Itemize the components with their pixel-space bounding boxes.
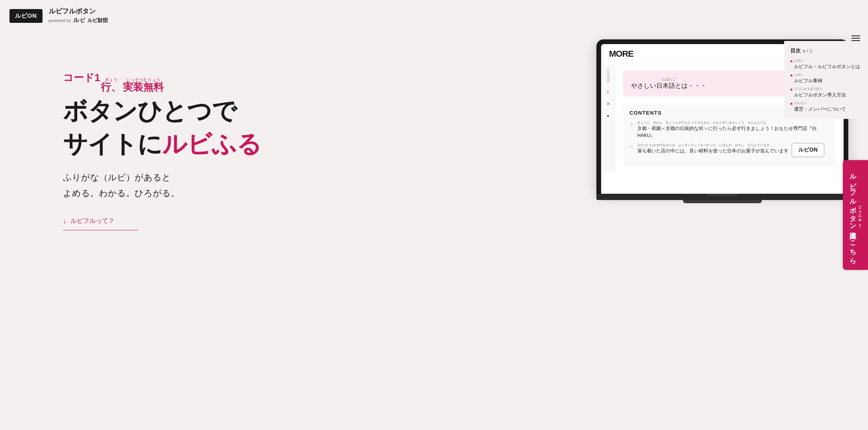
- toc-box: 目次 もくじ じれい ルビフル・ルビフルボタンとは じれい ルビフル事例: [784, 41, 868, 119]
- toc-item-4[interactable]: うんえい 運営・メンバーについて: [790, 101, 860, 113]
- toc-dot-2: [790, 74, 792, 76]
- toc-item-ruby-4: うんえい: [794, 101, 846, 106]
- menu-line-1: [851, 35, 860, 36]
- pink-banner-text: やさしい日本語とは・・・: [631, 82, 707, 90]
- contents-item-ruby-1: きょうと ぎおん きょうとのでんとうてきなまち かならずいきましょう せんもんて…: [637, 120, 829, 125]
- toc-item-ruby-2: じれい: [794, 72, 822, 77]
- contents-item-1: ・ きょうと ぎおん きょうとのでんとうてきなまち かならずいきましょう せんも…: [629, 120, 829, 139]
- laptop-base: [596, 194, 848, 200]
- screen-logo: MORE: [609, 49, 633, 59]
- toc-panel: 目次 もくじ じれい ルビフル・ルビフルボタンとは じれい ルビフル事例: [784, 32, 868, 119]
- rubifuru-link[interactable]: ↓ ルビフルって？: [63, 217, 138, 230]
- powered-logos: ルビ ルビ財団: [73, 17, 108, 24]
- cta-ruby-text: どうにゅう: [857, 203, 862, 226]
- laptop-stand: [683, 200, 762, 203]
- powered-logo-1: ルビ: [73, 17, 85, 24]
- toc-item-label-3: ルビフルボタン導入方法: [794, 91, 846, 98]
- cta-side-button[interactable]: どうにゅう ルビフルボタン導入はこちら: [843, 160, 868, 270]
- screen-sidebar-circle-icon: ●: [607, 113, 609, 119]
- toc-item-3[interactable]: どうにゅうほうほう ルビフルボタン導入方法: [790, 87, 860, 98]
- toc-item-label-4: 運営・メンバーについて: [794, 106, 846, 113]
- pink-banner-ruby: にほんご: [662, 77, 676, 82]
- subtitle-jissou-text: 実装無料: [123, 82, 164, 92]
- arrow-down-icon: ↓: [63, 217, 67, 225]
- site-header: ルビON ルビフルボタン powered by ルビ ルビ財団: [0, 0, 868, 32]
- toc-item-text-2: じれい ルビフル事例: [794, 72, 822, 84]
- subtitle-jissou: じっそうむりょう 実装無料: [123, 78, 164, 92]
- toc-title-text: 目次: [790, 47, 801, 54]
- hero-description: ふりがな（ルビ）があると よめる。わかる。ひろがる。: [63, 170, 632, 201]
- brand-title: ルビフルボタン: [49, 7, 108, 15]
- contents-item-text-2: 落ち着いた店の中には、良い材料を使った日本のお菓子が並んでいます: [637, 147, 788, 154]
- brand-area: ルビフルボタン powered by ルビ ルビ財団: [49, 7, 108, 24]
- toc-item-label-1: ルビフル・ルビフルボタンとは: [794, 63, 860, 70]
- rubifuru-link-label: ルビフルって？: [70, 217, 115, 225]
- hero-title: ボタンひとつで サイトにルビふる: [63, 95, 632, 160]
- screen-sidebar-share-label: SHARE: [606, 69, 610, 83]
- toc-dot-3: [790, 89, 792, 91]
- screen-sidebar-x-icon: ✕: [606, 101, 610, 107]
- menu-line-2: [851, 38, 860, 39]
- hero-title-highlight: ルビふる: [162, 130, 261, 158]
- contents-item-2: ・ おちついたみせのなかには よいざいりょうをつかった にほんの おかし ならん…: [629, 143, 829, 157]
- toc-title-ruby: もくじ: [802, 48, 813, 54]
- toc-dot-1: [790, 60, 792, 62]
- cta-side-label: ルビフルボタン導入はこちら: [848, 169, 858, 260]
- toc-dot-4: [790, 103, 792, 105]
- subtitle-area: コード1 ぎょう 行、 じっそうむりょう 実装無料: [63, 71, 632, 92]
- toc-item-label-2: ルビフル事例: [794, 77, 822, 84]
- toc-menu-icon[interactable]: [851, 35, 860, 41]
- hero-title-line2-prefix: サイトに: [63, 130, 162, 158]
- pink-banner-text-wrap: にほんご やさしい日本語とは・・・: [631, 77, 707, 90]
- subtitle-gyou: ぎょう 行、: [101, 78, 121, 92]
- toc-item-ruby-3: どうにゅうほうほう: [794, 87, 846, 91]
- hero-desc-line2: よめる。わかる。ひろがる。: [63, 188, 180, 198]
- toc-title: 目次 もくじ: [790, 47, 860, 54]
- screen-sidebar: SHARE f ✕ ●: [601, 64, 615, 173]
- toc-item-text-3: どうにゅうほうほう ルビフルボタン導入方法: [794, 87, 846, 98]
- contents-item-text-wrap-2: おちついたみせのなかには よいざいりょうをつかった にほんの おかし ならんでい…: [637, 143, 788, 154]
- contents-item-ruby-2: おちついたみせのなかには よいざいりょうをつかった にほんの おかし ならんでい…: [637, 143, 788, 147]
- subtitle-part1: コード1: [63, 71, 100, 85]
- subtitle-gyou-text: 行、: [101, 82, 121, 92]
- toc-item-1[interactable]: じれい ルビフル・ルビフルボタンとは: [790, 58, 860, 70]
- contents-item-text-1: 京都・祇園＜京都の伝統的な街＞に行ったら必ず行きましょう！おもたせ専門店『白 H…: [637, 125, 829, 139]
- toc-item-text-1: じれい ルビフル・ルビフルボタンとは: [794, 58, 860, 70]
- hero-desc-line1: ふりがな（ルビ）があると: [63, 172, 171, 182]
- toc-items: じれい ルビフル・ルビフルボタンとは じれい ルビフル事例 どうにゅうほうほう …: [790, 58, 860, 113]
- hero-title-line1: ボタンひとつで: [63, 97, 237, 124]
- ruby-on-button-in-screen[interactable]: ルビON: [792, 143, 824, 157]
- contents-item-right-2: おちついたみせのなかには よいざいりょうをつかった にほんの おかし ならんでい…: [637, 143, 824, 157]
- contents-dot-1: ・: [629, 121, 634, 128]
- ruby-on-toggle-button[interactable]: ルビON: [9, 9, 43, 23]
- toc-item-text-4: うんえい 運営・メンバーについて: [794, 101, 846, 113]
- toc-item-2[interactable]: じれい ルビフル事例: [790, 72, 860, 84]
- powered-by-area: powered by ルビ ルビ財団: [49, 17, 108, 24]
- contents-item-text-wrap-1: きょうと ぎおん きょうとのでんとうてきなまち かならずいきましょう せんもんて…: [637, 120, 829, 139]
- contents-dot-2: ・: [629, 144, 634, 150]
- toc-item-ruby-1: じれい: [794, 58, 860, 63]
- screen-sidebar-facebook-icon: f: [607, 89, 609, 95]
- powered-by-label: powered by: [49, 18, 71, 23]
- powered-logo-2: ルビ財団: [87, 17, 108, 24]
